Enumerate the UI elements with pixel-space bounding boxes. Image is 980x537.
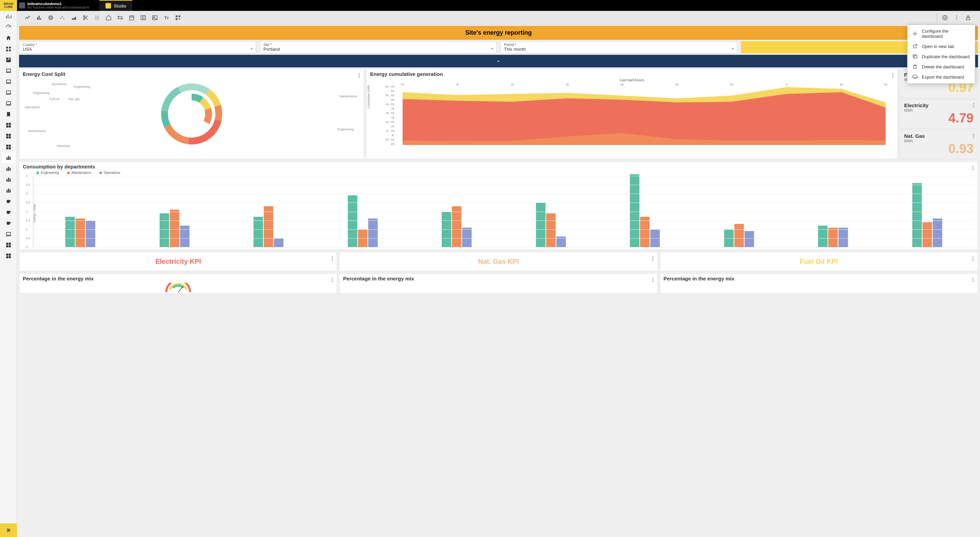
kpi-title: Electricity KPI: [23, 254, 334, 269]
tool-scatter-icon[interactable]: [57, 13, 67, 23]
svg-rect-44: [8, 256, 11, 258]
menu-open-new-tab[interactable]: Open in new tab: [907, 41, 975, 51]
svg-rect-33: [6, 190, 8, 193]
card-more-icon[interactable]: [972, 132, 975, 140]
tool-line-icon[interactable]: [22, 13, 33, 23]
tool-more-icon[interactable]: [951, 13, 962, 23]
svg-text:2.5: 2.5: [385, 121, 395, 124]
kpi-title: Nat. Gas KPI: [343, 254, 654, 269]
svg-rect-16: [6, 134, 8, 136]
filter-country[interactable]: Country * USA ▾: [19, 41, 256, 53]
card-more-icon[interactable]: [651, 276, 655, 284]
svg-text:3: 3: [391, 116, 395, 119]
nav-bar-icon-4[interactable]: [2, 185, 15, 196]
tool-image-icon[interactable]: [150, 13, 160, 23]
donut-label: Engineering: [337, 127, 353, 131]
tool-swap-icon[interactable]: [115, 13, 125, 23]
nav-cup-icon-2[interactable]: [2, 207, 15, 218]
svg-rect-112: [914, 56, 917, 58]
tool-calendar-icon[interactable]: [127, 13, 137, 23]
card-more-icon[interactable]: [651, 255, 655, 262]
tool-face-icon[interactable]: [940, 13, 950, 23]
tool-text-icon[interactable]: Tт: [161, 13, 172, 23]
filter-site[interactable]: Site * Portland ▾: [259, 41, 497, 53]
tool-scissors-icon[interactable]: [80, 13, 91, 23]
card-more-icon[interactable]: [357, 72, 361, 79]
nav-bar-icon-3[interactable]: [2, 174, 15, 185]
nav-laptop-icon-2[interactable]: [2, 76, 15, 87]
svg-rect-65: [141, 16, 146, 20]
svg-rect-20: [6, 145, 8, 147]
bar-maintenance: [923, 222, 932, 247]
nav-laptop-icon-5[interactable]: [2, 229, 15, 239]
svg-text:5: 5: [391, 98, 395, 101]
studio-tab[interactable]: Studio: [99, 0, 132, 11]
nav-bar-active-icon[interactable]: [2, 153, 15, 163]
tool-bar-icon[interactable]: [34, 13, 44, 23]
card-more-icon[interactable]: [891, 72, 894, 79]
tool-table-icon[interactable]: [138, 13, 148, 23]
bar-engineering: [912, 183, 922, 247]
card-more-icon[interactable]: [971, 276, 975, 284]
donut-label: Maintenance: [340, 95, 357, 98]
tool-dashadd-icon[interactable]: [173, 13, 183, 23]
svg-text:5: 5: [675, 146, 679, 147]
card-more-icon[interactable]: [971, 164, 975, 172]
nav-bar-icon-2[interactable]: [2, 163, 15, 174]
svg-text:0: 0: [391, 143, 395, 146]
svg-text:6: 6: [730, 146, 733, 147]
card-more-icon[interactable]: [331, 255, 334, 262]
svg-rect-18: [6, 137, 8, 139]
nav-dash-icon-2[interactable]: [2, 120, 15, 131]
nav-chart-icon[interactable]: [2, 11, 15, 22]
tool-home-icon[interactable]: [103, 13, 114, 23]
donut-label: Nat. gas: [68, 97, 80, 101]
filter-period[interactable]: Period * This month ▾: [500, 41, 737, 53]
nav-laptop-icon-3[interactable]: [2, 87, 15, 98]
bar-operations: [462, 228, 472, 247]
card-gas-kpi-title: Nat. Gas KPI: [339, 252, 657, 271]
svg-text:2: 2: [511, 146, 514, 147]
svg-text:4.5: 4.5: [385, 103, 395, 106]
svg-text:9: 9: [884, 146, 888, 147]
tool-lock-icon[interactable]: [963, 13, 973, 23]
tool-area-icon[interactable]: [69, 13, 79, 23]
tool-griddots-icon[interactable]: [92, 13, 102, 23]
bar-legend: Engineering Maintenance Operations: [37, 171, 974, 175]
filter-site-value: Portland: [263, 47, 493, 52]
bar-engineering: [818, 226, 827, 247]
menu-export[interactable]: Export the dashboard: [907, 72, 975, 82]
nav-dash-icon[interactable]: [2, 54, 15, 65]
nav-book-icon[interactable]: [2, 109, 15, 120]
svg-point-74: [946, 17, 946, 18]
nav-home-icon[interactable]: [2, 33, 15, 43]
nav-grid-icon[interactable]: [2, 43, 15, 54]
menu-duplicate[interactable]: Duplicate the dashboard: [907, 51, 975, 62]
svg-rect-13: [8, 123, 11, 125]
svg-text:4: 4: [620, 146, 624, 147]
nav-laptop-icon[interactable]: [2, 65, 15, 76]
nav-dash-icon-6[interactable]: [2, 250, 15, 261]
tool-donut-icon[interactable]: [46, 13, 56, 23]
nav-cup-icon-3[interactable]: [2, 218, 15, 229]
area-subtitle: Last half-hours: [370, 78, 894, 82]
nav-laptop-icon-4[interactable]: [2, 98, 15, 109]
trash-icon: [912, 64, 918, 69]
card-more-icon[interactable]: [971, 255, 975, 262]
nav-speedometer-icon[interactable]: [2, 22, 15, 33]
sidebar-expand-button[interactable]: [0, 523, 17, 537]
nav-dash-icon-3[interactable]: [2, 131, 15, 142]
nav-dash-icon-4[interactable]: [2, 142, 15, 153]
svg-rect-75: [967, 18, 970, 20]
menu-configure[interactable]: Configure the dashboard: [907, 26, 975, 41]
brand-logo[interactable]: BRAIN CUBE: [0, 0, 17, 11]
donut-label: Operations: [51, 82, 66, 86]
svg-text:9: 9: [884, 83, 888, 86]
nav-dash-icon-5[interactable]: [2, 239, 15, 250]
menu-delete[interactable]: Delete the dashboard: [907, 62, 975, 72]
nav-cup-icon[interactable]: [2, 196, 15, 207]
card-more-icon[interactable]: [331, 276, 334, 284]
card-more-icon[interactable]: [972, 102, 975, 109]
svg-text:6: 6: [730, 83, 733, 86]
svg-text:5.5: 5.5: [385, 94, 395, 97]
